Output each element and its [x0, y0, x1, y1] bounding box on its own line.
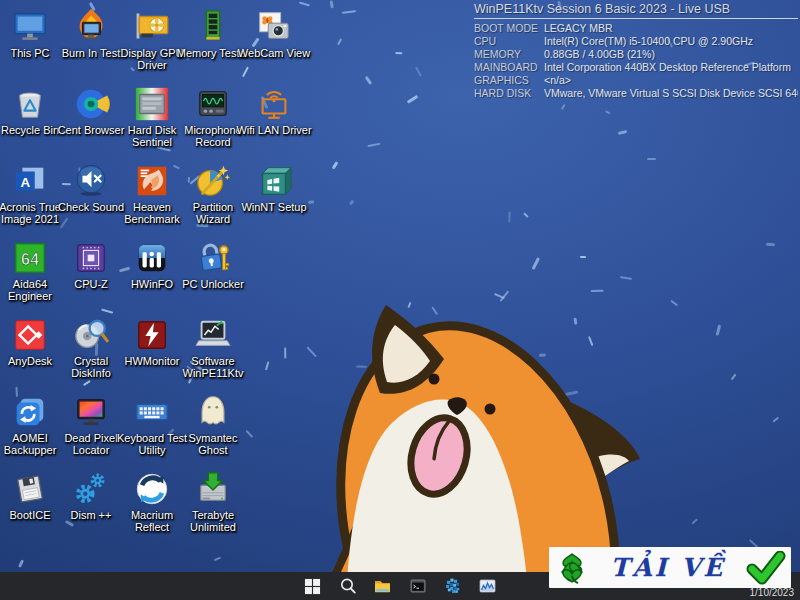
desktop-icon-winnt-setup[interactable]: WinNT Setup: [236, 162, 312, 214]
wallpaper-streak: [242, 66, 249, 77]
desktop-icon-label: Wifi LAN Driver: [236, 125, 312, 137]
wallpaper-streak: [620, 276, 632, 280]
crystal-diskinfo-icon: [72, 316, 110, 354]
webcam-view-icon: [255, 8, 293, 46]
keyboard-test-icon: [133, 393, 171, 431]
system-info-label: HARD DISK: [474, 87, 544, 100]
svg-text:A: A: [20, 175, 30, 190]
wallpaper-streak: [330, 0, 334, 8]
wallpaper-streak: [342, 10, 356, 14]
wallpaper-streak: [766, 243, 775, 247]
system-info-label: BOOT MODE: [474, 22, 544, 35]
system-info-title: WinPE11Ktv Session 6 Basic 2023 - Live U…: [474, 2, 798, 19]
wallpaper-streak: [561, 104, 566, 110]
symantec-ghost-icon: [194, 393, 232, 431]
wallpaper-streak: [299, 2, 310, 7]
desktop-icon-label: Software WinPE11Ktv: [175, 356, 251, 379]
wallpaper-streak: [367, 143, 381, 148]
desktop-icon-label: WinNT Setup: [236, 202, 312, 214]
system-info-row: HARD DISKVMware, VMware Virtual S SCSI D…: [474, 87, 798, 100]
wallpaper-streak: [580, 255, 586, 257]
hwinfo-icon: [133, 239, 171, 277]
desktop-icon-wifi-lan-driver[interactable]: Wifi LAN Driver: [236, 85, 312, 137]
terabyte-unlimited-icon: [194, 470, 232, 508]
taskbar-search-button[interactable]: [334, 572, 361, 600]
system-info-value: 0.88GB / 4.00GB (21%): [544, 48, 798, 61]
wallpaper-streak: [213, 557, 220, 562]
taskbar-command-prompt-button[interactable]: [404, 572, 431, 600]
desktop-icon-label: Symantec Ghost: [175, 433, 251, 456]
svg-text:64: 64: [21, 250, 39, 268]
wallpaper-streak: [531, 257, 539, 270]
wallpaper-streak: [265, 362, 270, 371]
system-info-value: LEGACY MBR: [544, 22, 798, 35]
download-banner-label: TẢI VỀ: [611, 553, 726, 582]
wallpaper-streak: [591, 290, 604, 292]
wallpaper-streak: [691, 518, 698, 524]
system-info-value: <n/a>: [544, 74, 798, 87]
start-icon: [304, 578, 321, 595]
taskbar-file-explorer-button[interactable]: [369, 572, 396, 600]
desktop-icon-label: WebCam View: [236, 48, 312, 60]
desktop-icon-symantec-ghost[interactable]: Symantec Ghost: [175, 393, 251, 456]
acronis-icon: A: [11, 162, 49, 200]
wallpaper-streak: [647, 157, 656, 159]
wallpaper-streak: [349, 200, 354, 206]
taskbar-pe-tools-button[interactable]: [439, 572, 466, 600]
desktop-icon-pc-unlocker[interactable]: PC Unlocker: [175, 239, 251, 291]
memory-tester-icon: [194, 8, 232, 46]
taskbar-date[interactable]: 1/10/2023: [750, 588, 795, 598]
system-info-value: Intel Corporation 440BX Desktop Referenc…: [544, 61, 798, 74]
file-explorer-icon: [373, 577, 392, 595]
command-prompt-icon: [409, 577, 427, 595]
wifi-lan-driver-icon: [255, 85, 293, 123]
wallpaper-streak: [407, 96, 418, 104]
wallpaper-streak: [772, 417, 779, 423]
display-gpu-driver-icon: [133, 8, 171, 46]
system-info-value: VMware, VMware Virtual S SCSI Disk Devic…: [544, 87, 798, 100]
system-info-row: GRAPHICS<n/a>: [474, 74, 798, 87]
desktop-icon-webcam-view[interactable]: WebCam View: [236, 8, 312, 60]
check-sound-icon: [72, 162, 110, 200]
cent-browser-icon: [72, 85, 110, 123]
pc-unlocker-icon: [194, 239, 232, 277]
taskbar-task-manager-button[interactable]: [474, 572, 501, 600]
wallpaper-streak: [731, 374, 737, 381]
system-info-label: CPU: [474, 35, 544, 48]
system-info-label: GRAPHICS: [474, 74, 544, 87]
wallpaper-streak: [395, 52, 402, 54]
desktop-icon-terabyte-unlimited[interactable]: Terabyte Unlimited: [175, 470, 251, 533]
anydesk-icon: [11, 316, 49, 354]
taskbar-start-button[interactable]: [299, 572, 326, 600]
system-info-row: BOOT MODELEGACY MBR: [474, 22, 798, 35]
wallpaper-streak: [331, 161, 338, 169]
wallpaper-streak: [670, 300, 678, 306]
download-banner[interactable]: TẢI VỀ: [549, 547, 791, 588]
bootice-icon: [11, 470, 49, 508]
wallpaper-streak: [509, 211, 511, 222]
wallpaper-streak: [337, 38, 342, 45]
wallpaper-streak: [523, 212, 528, 217]
microphone-record-icon: [194, 85, 232, 123]
pe-tools-icon: [443, 577, 462, 596]
software-winpe11ktv-icon: [194, 316, 232, 354]
checkmark-icon: [746, 551, 786, 585]
desktop-icon-label: Terabyte Unlimited: [175, 510, 251, 533]
system-info-label: MEMORY: [474, 48, 544, 61]
system-info-value: Intel(R) Core(TM) i5-10400 CPU @ 2.90GHz: [544, 35, 798, 48]
search-icon: [339, 577, 357, 595]
system-info-overlay: WinPE11Ktv Session 6 Basic 2023 - Live U…: [474, 2, 798, 99]
desktop-icon-software-winpe11ktv[interactable]: Software WinPE11Ktv: [175, 316, 251, 379]
system-info-row: MEMORY0.88GB / 4.00GB (21%): [474, 48, 798, 61]
dead-pixel-locator-icon: [72, 393, 110, 431]
system-info-rows: BOOT MODELEGACY MBRCPUIntel(R) Core(TM) …: [474, 22, 798, 99]
wallpaper-streak: [18, 559, 24, 568]
cpu-z-icon: [72, 239, 110, 277]
this-pc-icon: [11, 8, 49, 46]
hwmonitor-icon: [133, 316, 171, 354]
wallpaper-streak: [618, 130, 627, 134]
system-info-row: MAINBOARDIntel Corporation 440BX Desktop…: [474, 61, 798, 74]
macrium-reflect-icon: [133, 470, 171, 508]
partition-wizard-icon: [194, 162, 232, 200]
desktop: WinPE11Ktv Session 6 Basic 2023 - Live U…: [0, 0, 800, 600]
